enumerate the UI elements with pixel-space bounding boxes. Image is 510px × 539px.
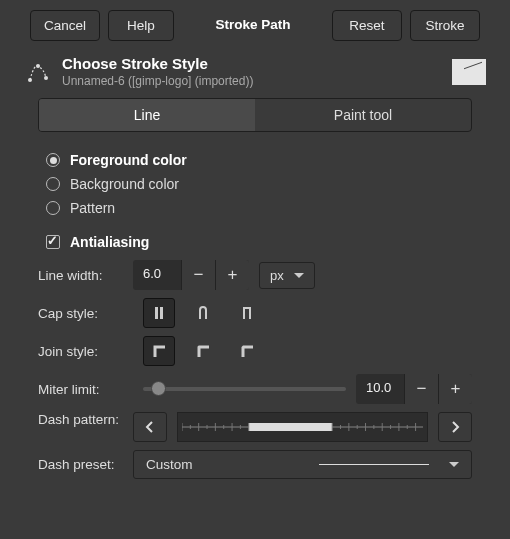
join-style-row: Join style: [38, 336, 472, 366]
cap-butt-button[interactable] [143, 298, 175, 328]
join-bevel-button[interactable] [231, 336, 263, 366]
cap-round-icon [195, 305, 211, 321]
miter-limit-slider[interactable] [143, 387, 346, 391]
line-width-label: Line width: [38, 268, 123, 283]
miter-limit-row: Miter limit: 10.0 − + [38, 374, 472, 404]
line-width-row: Line width: 6.0 − + px [38, 260, 472, 290]
join-miter-icon [151, 343, 167, 359]
chevron-down-icon [449, 462, 459, 467]
radio-label: Pattern [70, 200, 115, 216]
cap-square-icon [239, 305, 255, 321]
radio-background-color[interactable]: Background color [46, 172, 464, 196]
tab-paint-tool[interactable]: Paint tool [255, 99, 471, 131]
color-source-group: Foreground color Background color Patter… [38, 146, 472, 228]
chevron-left-icon [145, 421, 155, 433]
miter-limit-label: Miter limit: [38, 382, 123, 397]
svg-rect-3 [155, 307, 158, 319]
miter-limit-value[interactable]: 10.0 [356, 374, 404, 404]
path-icon [24, 58, 52, 86]
dash-scroll-left-button[interactable] [133, 412, 167, 442]
reset-button[interactable]: Reset [332, 10, 402, 41]
dash-scroll-right-button[interactable] [438, 412, 472, 442]
unit-label: px [270, 268, 284, 283]
line-width-unit-select[interactable]: px [259, 262, 315, 289]
svg-rect-6 [249, 423, 332, 431]
line-width-value[interactable]: 6.0 [133, 260, 181, 290]
header: Choose Stroke Style Unnamed-6 ([gimp-log… [10, 55, 500, 98]
radio-pattern[interactable]: Pattern [46, 196, 464, 220]
chevron-right-icon [450, 421, 460, 433]
cancel-button[interactable]: Cancel [30, 10, 100, 41]
join-miter-button[interactable] [143, 336, 175, 366]
checkbox-icon [46, 235, 60, 249]
dash-preset-row: Dash preset: Custom [38, 450, 472, 479]
line-width-decrease-button[interactable]: − [181, 260, 215, 290]
dash-preset-label: Dash preset: [38, 457, 123, 472]
radio-dot-icon [46, 177, 60, 191]
radio-foreground-color[interactable]: Foreground color [46, 148, 464, 172]
radio-dot-icon [46, 153, 60, 167]
slider-thumb[interactable] [151, 381, 166, 396]
header-subtitle: Unnamed-6 ([gimp-logo] (imported)) [62, 74, 442, 88]
dash-pattern-editor[interactable] [177, 412, 428, 442]
stroke-button[interactable]: Stroke [410, 10, 480, 41]
cap-style-row: Cap style: [38, 298, 472, 328]
chevron-down-icon [294, 273, 304, 278]
tab-line[interactable]: Line [39, 99, 255, 131]
help-button[interactable]: Help [108, 10, 174, 41]
join-round-button[interactable] [187, 336, 219, 366]
cap-round-button[interactable] [187, 298, 219, 328]
header-preview [452, 59, 486, 85]
join-round-icon [195, 343, 211, 359]
cap-style-label: Cap style: [38, 306, 123, 321]
svg-rect-4 [160, 307, 163, 319]
miter-limit-increase-button[interactable]: + [438, 374, 472, 404]
dash-pattern-label: Dash pattern: [38, 412, 123, 442]
dash-preset-select[interactable]: Custom [133, 450, 472, 479]
cap-square-button[interactable] [231, 298, 263, 328]
dialog-title: Stroke Path [182, 10, 324, 41]
dash-pattern-row: Dash pattern: [38, 412, 472, 442]
antialiasing-checkbox[interactable]: Antialiasing [38, 228, 472, 260]
mode-tabs: Line Paint tool [38, 98, 472, 132]
dash-preset-value: Custom [146, 457, 193, 472]
cap-butt-icon [151, 305, 167, 321]
join-style-label: Join style: [38, 344, 123, 359]
join-bevel-icon [239, 343, 255, 359]
header-title: Choose Stroke Style [62, 55, 442, 72]
miter-limit-spinner: 10.0 − + [356, 374, 472, 404]
radio-label: Background color [70, 176, 179, 192]
dash-preset-preview [319, 464, 429, 466]
radio-dot-icon [46, 201, 60, 215]
line-width-increase-button[interactable]: + [215, 260, 249, 290]
miter-limit-decrease-button[interactable]: − [404, 374, 438, 404]
action-bar: Cancel Help Stroke Path Reset Stroke [10, 10, 500, 41]
checkbox-label: Antialiasing [70, 234, 149, 250]
radio-label: Foreground color [70, 152, 187, 168]
line-width-spinner: 6.0 − + [133, 260, 249, 290]
stroke-path-dialog: Cancel Help Stroke Path Reset Stroke Cho… [0, 0, 510, 539]
